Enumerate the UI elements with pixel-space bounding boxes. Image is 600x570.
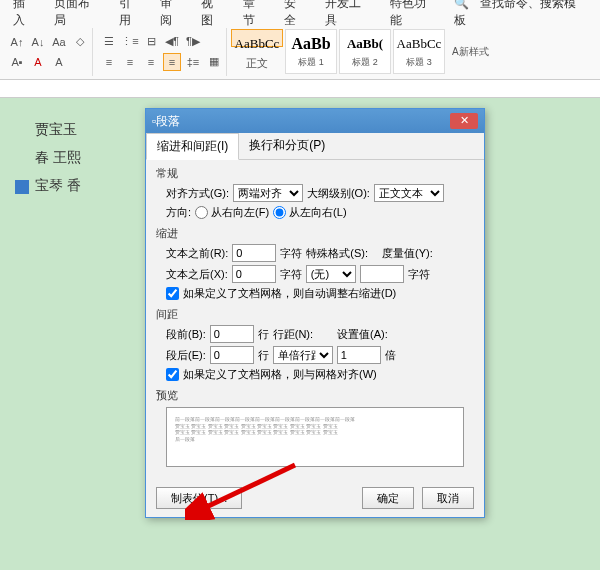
after-text-input[interactable]: 0: [232, 265, 276, 283]
close-button[interactable]: ✕: [450, 113, 478, 129]
after-text-label: 文本之后(X):: [166, 267, 228, 282]
setval-label: 设置值(A):: [337, 327, 388, 342]
indent-dec[interactable]: ◀¶: [163, 33, 181, 51]
auto-indent-check[interactable]: [166, 287, 179, 300]
align-justify[interactable]: ≡: [163, 53, 181, 71]
ok-button[interactable]: 确定: [362, 487, 414, 509]
before-text-input[interactable]: 0: [232, 244, 276, 262]
linespace-select[interactable]: 单倍行距: [273, 346, 333, 364]
paragraph-dialog: ▫ 段落 ✕ 缩进和间距(I) 换行和分页(P) 常规 对齐方式(G): 两端对…: [145, 108, 485, 518]
linespace-label: 行距(N):: [273, 327, 313, 342]
section-spacing: 间距: [156, 307, 474, 322]
tab-indent-spacing[interactable]: 缩进和间距(I): [146, 133, 239, 160]
grid-align-check[interactable]: [166, 368, 179, 381]
rtl-radio[interactable]: [195, 206, 208, 219]
style-h3[interactable]: AaBbCc标题 3: [393, 29, 445, 74]
preview-box: 前一段落前一段落前一段落前一段落前一段落前一段落前一段落前一段落前一段落贾宝玉 …: [166, 407, 464, 467]
outline-label: 大纲级别(O):: [307, 186, 370, 201]
tabstop-button[interactable]: 制表位(T)...: [156, 487, 242, 509]
numbering[interactable]: ⋮≡: [121, 33, 139, 51]
ltr-radio[interactable]: [273, 206, 286, 219]
style-h1[interactable]: AaBb标题 1: [285, 29, 337, 74]
special-select[interactable]: (无): [306, 265, 356, 283]
clear-format[interactable]: ◇: [71, 33, 89, 51]
line-spacing[interactable]: ‡≡: [184, 53, 202, 71]
align-left[interactable]: ≡: [100, 53, 118, 71]
before-para-input[interactable]: 0: [210, 325, 254, 343]
font-size-down[interactable]: A↓: [29, 33, 47, 51]
direction-label: 方向:: [166, 205, 191, 220]
align-select[interactable]: 两端对齐: [233, 184, 303, 202]
section-preview: 预览: [156, 388, 474, 403]
highlight[interactable]: A▪: [8, 53, 26, 71]
dialog-title: 段落: [156, 113, 180, 130]
tab-line-page[interactable]: 换行和分页(P): [239, 133, 335, 159]
cancel-button[interactable]: 取消: [422, 487, 474, 509]
font-case[interactable]: Aa: [50, 33, 68, 51]
outline-select[interactable]: 正文文本: [374, 184, 444, 202]
style-normal[interactable]: AaBbCc正文: [231, 29, 283, 47]
new-style[interactable]: A新样式: [452, 43, 489, 61]
measure-input[interactable]: [360, 265, 404, 283]
shading[interactable]: ▦: [205, 53, 223, 71]
indent-inc[interactable]: ¶▶: [184, 33, 202, 51]
after-para-label: 段后(E):: [166, 348, 206, 363]
bullets[interactable]: ☰: [100, 33, 118, 51]
measure-label: 度量值(Y):: [382, 246, 433, 261]
section-general: 常规: [156, 166, 474, 181]
section-indent: 缩进: [156, 226, 474, 241]
align-label: 对齐方式(G):: [166, 186, 229, 201]
style-h2[interactable]: AaBb(标题 2: [339, 29, 391, 74]
ruler[interactable]: [0, 80, 600, 98]
setval-input[interactable]: 1: [337, 346, 381, 364]
align-center[interactable]: ≡: [121, 53, 139, 71]
font-size-up[interactable]: A↑: [8, 33, 26, 51]
grid-align-label: 如果定义了文档网格，则与网格对齐(W): [183, 367, 377, 382]
special-label: 特殊格式(S):: [306, 246, 368, 261]
multilevel[interactable]: ⊟: [142, 33, 160, 51]
font-color[interactable]: A: [29, 53, 47, 71]
auto-indent-label: 如果定义了文档网格，则自动调整右缩进(D): [183, 286, 396, 301]
align-right[interactable]: ≡: [142, 53, 160, 71]
before-para-label: 段前(B):: [166, 327, 206, 342]
font-effect[interactable]: A: [50, 53, 68, 71]
after-para-input[interactable]: 0: [210, 346, 254, 364]
before-text-label: 文本之前(R):: [166, 246, 228, 261]
